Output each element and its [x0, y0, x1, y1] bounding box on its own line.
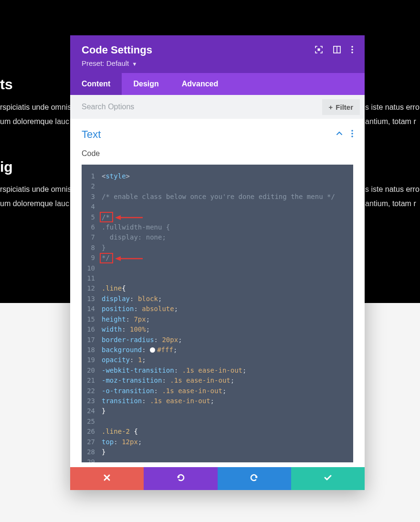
section-title: Text: [82, 128, 101, 141]
redo-button[interactable]: [218, 467, 291, 490]
layout-icon[interactable]: [333, 46, 341, 53]
cancel-button[interactable]: [70, 467, 144, 490]
code-body[interactable]: <style> /* enable class below once you'r…: [99, 165, 340, 462]
more-icon[interactable]: [351, 46, 353, 53]
bg-text: um doloremque lauc: [0, 197, 69, 211]
search-row: + Filter: [70, 95, 365, 119]
check-icon: [324, 473, 332, 484]
line-gutter: 1234567891011121314151617181920212223242…: [82, 165, 99, 462]
tab-design[interactable]: Design: [122, 73, 170, 95]
code-settings-modal: Code Settings Preset: Default ▼ Content …: [70, 35, 365, 490]
save-button[interactable]: [291, 467, 365, 490]
caret-down-icon: ▼: [132, 61, 137, 67]
focus-icon[interactable]: [315, 46, 323, 53]
redo-icon: [250, 473, 259, 484]
preset-value: Default: [106, 59, 129, 67]
preset-selector[interactable]: Preset: Default ▼: [82, 59, 353, 67]
filter-label: Filter: [336, 103, 353, 111]
undo-button[interactable]: [144, 467, 217, 490]
svg-point-5: [351, 52, 353, 53]
svg-point-3: [351, 46, 353, 48]
bg-text: antium, totam r: [365, 115, 416, 129]
modal-title: Code Settings: [82, 44, 152, 56]
bg-text: s iste natus erro: [365, 100, 420, 115]
filter-button[interactable]: + Filter: [322, 99, 360, 115]
section-more-icon[interactable]: [351, 130, 353, 139]
tab-advanced[interactable]: Advanced: [170, 73, 230, 95]
tab-content[interactable]: Content: [70, 73, 122, 95]
preset-label: Preset:: [82, 59, 105, 67]
plus-icon: +: [329, 103, 333, 111]
code-editor[interactable]: 1234567891011121314151617181920212223242…: [82, 165, 353, 462]
svg-point-7: [351, 133, 353, 135]
bg-text: um doloremque lauc: [0, 115, 69, 129]
bg-text: antium, totam r: [365, 197, 416, 211]
search-input[interactable]: [82, 97, 322, 117]
bg-text: s iste natus erro: [365, 182, 420, 197]
bg-text: rspiciatis unde omnis: [0, 182, 71, 197]
svg-point-4: [351, 49, 353, 51]
svg-point-8: [351, 136, 353, 137]
field-label-code: Code: [82, 149, 353, 158]
svg-point-6: [351, 130, 353, 132]
undo-icon: [176, 473, 185, 484]
bg-text: rspiciatis unde omnis: [0, 100, 71, 115]
bg-heading-1: ts: [0, 76, 13, 93]
modal-header: Code Settings Preset: Default ▼: [70, 35, 365, 73]
section-text: Text Code 123456789101112131415161718192…: [70, 119, 365, 467]
tabs: Content Design Advanced: [70, 73, 365, 95]
collapse-icon[interactable]: [336, 130, 343, 139]
close-icon: [103, 474, 111, 484]
svg-rect-0: [318, 49, 320, 51]
bg-heading-2: ig: [0, 159, 13, 175]
footer-actions: [70, 467, 365, 490]
